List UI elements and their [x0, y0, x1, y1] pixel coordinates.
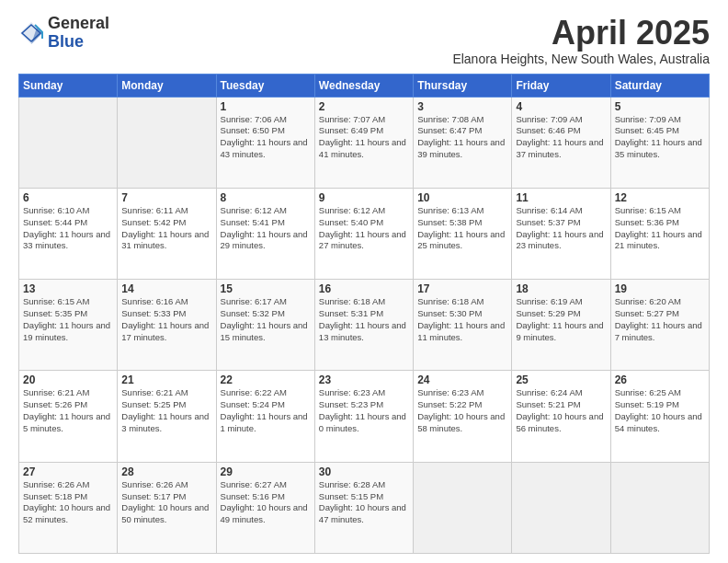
day-number: 24: [417, 373, 507, 386]
day-number: 22: [221, 373, 311, 386]
day-number: 19: [615, 282, 705, 295]
day-number: 9: [319, 191, 409, 204]
day-info: Sunrise: 6:27 AM Sunset: 5:16 PM Dayligh…: [221, 479, 311, 526]
week-row-4: 27Sunrise: 6:26 AM Sunset: 5:18 PM Dayli…: [19, 462, 710, 553]
day-info: Sunrise: 6:26 AM Sunset: 5:17 PM Dayligh…: [121, 479, 211, 526]
day-info: Sunrise: 6:18 AM Sunset: 5:30 PM Dayligh…: [417, 296, 507, 343]
day-info: Sunrise: 6:20 AM Sunset: 5:27 PM Dayligh…: [615, 296, 705, 343]
day-number: 16: [319, 282, 409, 295]
day-info: Sunrise: 6:11 AM Sunset: 5:42 PM Dayligh…: [121, 205, 211, 252]
week-row-0: 1Sunrise: 7:06 AM Sunset: 6:50 PM Daylig…: [19, 97, 710, 188]
calendar-cell: 25Sunrise: 6:24 AM Sunset: 5:21 PM Dayli…: [512, 371, 610, 462]
calendar-cell: 19Sunrise: 6:20 AM Sunset: 5:27 PM Dayli…: [610, 280, 709, 371]
day-header-friday: Friday: [512, 74, 610, 97]
day-number: 26: [615, 373, 705, 386]
day-number: 2: [319, 100, 409, 113]
calendar-cell: 12Sunrise: 6:15 AM Sunset: 5:36 PM Dayli…: [610, 188, 709, 279]
logo-text: General Blue: [48, 15, 109, 52]
day-number: 28: [121, 465, 211, 478]
day-number: 20: [23, 373, 113, 386]
header-row: SundayMondayTuesdayWednesdayThursdayFrid…: [19, 74, 710, 97]
calendar-cell: 20Sunrise: 6:21 AM Sunset: 5:26 PM Dayli…: [19, 371, 118, 462]
calendar-cell: 24Sunrise: 6:23 AM Sunset: 5:22 PM Dayli…: [414, 371, 512, 462]
calendar-cell: 27Sunrise: 6:26 AM Sunset: 5:18 PM Dayli…: [19, 462, 118, 553]
calendar-cell: 14Sunrise: 6:16 AM Sunset: 5:33 PM Dayli…: [118, 280, 216, 371]
day-info: Sunrise: 6:17 AM Sunset: 5:32 PM Dayligh…: [221, 296, 311, 343]
day-number: 11: [516, 191, 606, 204]
calendar-cell: 5Sunrise: 7:09 AM Sunset: 6:45 PM Daylig…: [610, 97, 709, 188]
day-info: Sunrise: 6:24 AM Sunset: 5:21 PM Dayligh…: [516, 387, 606, 434]
calendar-cell: 11Sunrise: 6:14 AM Sunset: 5:37 PM Dayli…: [512, 188, 610, 279]
day-info: Sunrise: 6:16 AM Sunset: 5:33 PM Dayligh…: [121, 296, 211, 343]
day-number: 15: [221, 282, 311, 295]
day-info: Sunrise: 7:08 AM Sunset: 6:47 PM Dayligh…: [417, 114, 507, 161]
week-row-3: 20Sunrise: 6:21 AM Sunset: 5:26 PM Dayli…: [19, 371, 710, 462]
day-number: 6: [23, 191, 113, 204]
calendar-cell: 30Sunrise: 6:28 AM Sunset: 5:15 PM Dayli…: [314, 462, 413, 553]
calendar-cell: [19, 97, 118, 188]
day-info: Sunrise: 6:19 AM Sunset: 5:29 PM Dayligh…: [516, 296, 606, 343]
day-number: 8: [221, 191, 311, 204]
day-number: 3: [417, 100, 507, 113]
day-info: Sunrise: 7:09 AM Sunset: 6:45 PM Dayligh…: [615, 114, 705, 161]
page: General Blue April 2025 Elanora Heights,…: [0, 0, 728, 563]
calendar-cell: 18Sunrise: 6:19 AM Sunset: 5:29 PM Dayli…: [512, 280, 610, 371]
day-info: Sunrise: 6:12 AM Sunset: 5:40 PM Dayligh…: [319, 205, 409, 252]
calendar-cell: 1Sunrise: 7:06 AM Sunset: 6:50 PM Daylig…: [216, 97, 314, 188]
day-number: 13: [23, 282, 113, 295]
day-info: Sunrise: 6:23 AM Sunset: 5:22 PM Dayligh…: [417, 387, 507, 434]
day-number: 7: [121, 191, 211, 204]
day-number: 4: [516, 100, 606, 113]
day-number: 5: [615, 100, 705, 113]
calendar-cell: 28Sunrise: 6:26 AM Sunset: 5:17 PM Dayli…: [118, 462, 216, 553]
day-info: Sunrise: 6:21 AM Sunset: 5:26 PM Dayligh…: [23, 387, 113, 434]
day-header-monday: Monday: [118, 74, 216, 97]
day-number: 25: [516, 373, 606, 386]
day-info: Sunrise: 7:09 AM Sunset: 6:46 PM Dayligh…: [516, 114, 606, 161]
day-number: 18: [516, 282, 606, 295]
day-info: Sunrise: 6:13 AM Sunset: 5:38 PM Dayligh…: [417, 205, 507, 252]
header: General Blue April 2025 Elanora Heights,…: [18, 15, 710, 66]
day-info: Sunrise: 6:22 AM Sunset: 5:24 PM Dayligh…: [221, 387, 311, 434]
calendar-cell: [610, 462, 709, 553]
day-info: Sunrise: 6:10 AM Sunset: 5:44 PM Dayligh…: [23, 205, 113, 252]
day-header-sunday: Sunday: [19, 74, 118, 97]
day-info: Sunrise: 6:23 AM Sunset: 5:23 PM Dayligh…: [319, 387, 409, 434]
calendar-cell: 13Sunrise: 6:15 AM Sunset: 5:35 PM Dayli…: [19, 280, 118, 371]
calendar-header: SundayMondayTuesdayWednesdayThursdayFrid…: [19, 74, 710, 97]
calendar-cell: 10Sunrise: 6:13 AM Sunset: 5:38 PM Dayli…: [414, 188, 512, 279]
day-info: Sunrise: 6:15 AM Sunset: 5:35 PM Dayligh…: [23, 296, 113, 343]
day-number: 14: [121, 282, 211, 295]
week-row-1: 6Sunrise: 6:10 AM Sunset: 5:44 PM Daylig…: [19, 188, 710, 279]
title-block: April 2025 Elanora Heights, New South Wa…: [452, 15, 710, 66]
calendar-cell: 6Sunrise: 6:10 AM Sunset: 5:44 PM Daylig…: [19, 188, 118, 279]
logo: General Blue: [18, 15, 109, 52]
calendar-cell: [118, 97, 216, 188]
day-number: 17: [417, 282, 507, 295]
day-number: 23: [319, 373, 409, 386]
calendar-body: 1Sunrise: 7:06 AM Sunset: 6:50 PM Daylig…: [19, 97, 710, 553]
day-number: 10: [417, 191, 507, 204]
day-header-saturday: Saturday: [610, 74, 709, 97]
day-header-thursday: Thursday: [414, 74, 512, 97]
day-header-wednesday: Wednesday: [314, 74, 413, 97]
calendar-cell: 8Sunrise: 6:12 AM Sunset: 5:41 PM Daylig…: [216, 188, 314, 279]
calendar-cell: 9Sunrise: 6:12 AM Sunset: 5:40 PM Daylig…: [314, 188, 413, 279]
calendar-cell: 17Sunrise: 6:18 AM Sunset: 5:30 PM Dayli…: [414, 280, 512, 371]
day-info: Sunrise: 6:26 AM Sunset: 5:18 PM Dayligh…: [23, 479, 113, 526]
day-info: Sunrise: 6:28 AM Sunset: 5:15 PM Dayligh…: [319, 479, 409, 526]
calendar-cell: [414, 462, 512, 553]
day-info: Sunrise: 7:06 AM Sunset: 6:50 PM Dayligh…: [221, 114, 311, 161]
week-row-2: 13Sunrise: 6:15 AM Sunset: 5:35 PM Dayli…: [19, 280, 710, 371]
calendar-cell: 3Sunrise: 7:08 AM Sunset: 6:47 PM Daylig…: [414, 97, 512, 188]
calendar-cell: 21Sunrise: 6:21 AM Sunset: 5:25 PM Dayli…: [118, 371, 216, 462]
logo-general: General: [48, 15, 109, 33]
day-info: Sunrise: 6:21 AM Sunset: 5:25 PM Dayligh…: [121, 387, 211, 434]
day-number: 30: [319, 465, 409, 478]
title-month: April 2025: [452, 15, 710, 52]
day-info: Sunrise: 6:25 AM Sunset: 5:19 PM Dayligh…: [615, 387, 705, 434]
calendar-cell: 7Sunrise: 6:11 AM Sunset: 5:42 PM Daylig…: [118, 188, 216, 279]
day-number: 27: [23, 465, 113, 478]
day-number: 12: [615, 191, 705, 204]
day-number: 1: [221, 100, 311, 113]
